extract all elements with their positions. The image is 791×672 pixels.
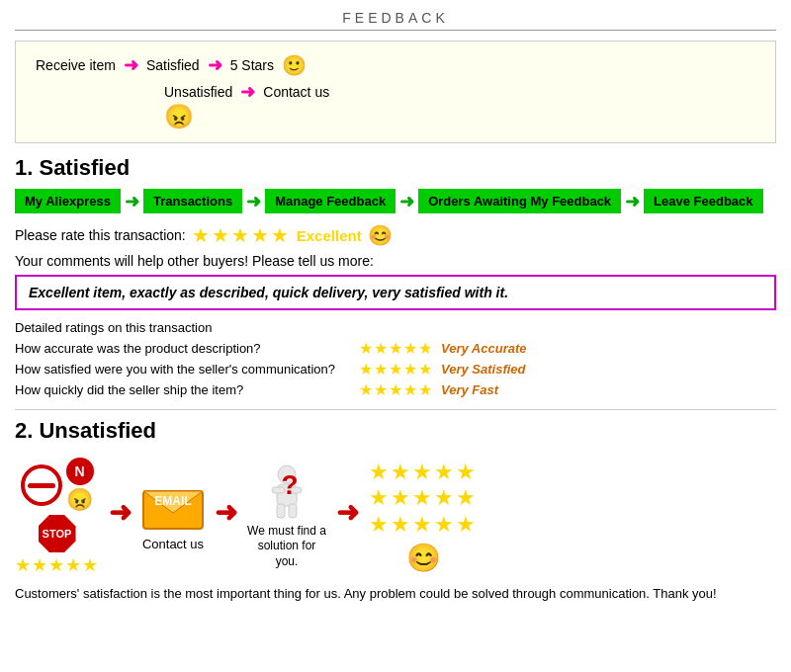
review-text: Excellent item, exactly as described, qu…	[29, 285, 508, 300]
excellent-label: Excellent	[297, 227, 362, 244]
angry-emoji-stop: 😠	[66, 487, 93, 513]
unsatisfied-label: Unsatisfied	[164, 84, 232, 100]
arrow3: ➜	[240, 81, 255, 103]
result-stars: ★★★★★★★★★★★★★★★	[369, 460, 478, 538]
detail-row-2: How quickly did the seller ship the item…	[15, 380, 776, 399]
unsatisfied-flow: N 😠 STOP ★★★★★ ➜ EMAIL Contact us ➜	[15, 458, 776, 576]
detail-ratings: Detailed ratings on this transaction How…	[15, 320, 776, 399]
block-email: EMAIL Contact us	[141, 483, 205, 551]
satisfied-label: Satisfied	[146, 57, 200, 73]
solution-label: We must find a solution for you.	[247, 524, 326, 570]
flow-arrow-2: ➜	[215, 496, 237, 529]
detail-value-2: Very Fast	[441, 382, 498, 397]
divider	[15, 409, 776, 410]
detail-value-1: Very Satisfied	[441, 362, 526, 377]
detail-row-1: How satisfied were you with the seller's…	[15, 360, 776, 378]
nav-arrow1: ➜	[125, 191, 139, 212]
happy-emoji-intro: 🙂	[282, 53, 307, 77]
detail-stars-0: ★★★★★	[359, 339, 433, 358]
no-stop-top: N 😠	[21, 458, 94, 513]
rate-label: Please rate this transaction:	[15, 227, 186, 243]
arrow2: ➜	[208, 54, 222, 76]
page-title: FEEDBACK	[342, 10, 448, 26]
block-no-stop: N 😠 STOP ★★★★★	[15, 458, 99, 576]
svg-text:?: ?	[281, 469, 298, 500]
detail-question-0: How accurate was the product description…	[15, 341, 351, 356]
page-header: FEEDBACK	[15, 10, 776, 31]
section1-title: 1. Satisfied	[15, 155, 776, 181]
flow-arrow-1: ➜	[109, 496, 132, 529]
svg-text:EMAIL: EMAIL	[154, 494, 191, 508]
block-stars-happy: ★★★★★★★★★★★★★★★ 😊	[369, 460, 478, 574]
block-question: ? We must find a solution for you.	[247, 464, 326, 570]
svg-rect-8	[289, 504, 297, 518]
comment-prompt: Your comments will help other buyers! Pl…	[15, 253, 776, 269]
detail-stars-1: ★★★★★	[359, 360, 433, 378]
detail-question-2: How quickly did the seller ship the item…	[15, 382, 351, 397]
five-stars-label: 5 Stars	[230, 57, 274, 73]
intro-box: Receive item ➜ Satisfied ➜ 5 Stars 🙂 Uns…	[15, 41, 776, 143]
nav-btn-leave[interactable]: Leave Feedback	[644, 189, 762, 213]
detail-question-1: How satisfied were you with the seller's…	[15, 362, 351, 377]
footer-text: Customers' satisfaction is the most impo…	[15, 584, 776, 604]
frown-emoji-intro: 😠	[164, 103, 755, 130]
detail-row-0: How accurate was the product description…	[15, 339, 776, 358]
email-icon: EMAIL	[141, 483, 205, 533]
rate-line: Please rate this transaction: ★★★★★ Exce…	[15, 223, 776, 247]
nav-btn-orders[interactable]: Orders Awaiting My Feedback	[418, 189, 621, 213]
arrow1: ➜	[124, 54, 138, 76]
flow-arrow-3: ➜	[336, 496, 359, 529]
contact-label: Contact us	[263, 84, 329, 100]
detail-stars-2: ★★★★★	[359, 380, 433, 399]
receive-label: Receive item	[36, 57, 116, 73]
nav-btn-aliexpress[interactable]: My Aliexpress	[15, 189, 121, 213]
nav-arrow3: ➜	[399, 191, 414, 212]
bottom-stars-left: ★★★★★	[15, 554, 99, 576]
N-badge: N	[66, 458, 94, 485]
nav-btn-manage[interactable]: Manage Feedback	[265, 189, 396, 213]
satisfied-flow: Receive item ➜ Satisfied ➜ 5 Stars 🙂	[36, 53, 755, 77]
nav-flow: My Aliexpress ➜ Transactions ➜ Manage Fe…	[15, 189, 776, 213]
nav-arrow4: ➜	[625, 191, 640, 212]
stop-sign: STOP	[39, 515, 76, 552]
section2-title: 2. Unsatisfied	[15, 418, 776, 444]
detail-value-0: Very Accurate	[441, 341, 526, 356]
nav-arrow2: ➜	[246, 191, 261, 212]
svg-rect-7	[277, 504, 285, 518]
happy-emoji-rate: 😊	[368, 223, 393, 247]
no-entry-icon	[21, 464, 62, 506]
happy-emoji-result: 😊	[406, 542, 441, 574]
detail-title: Detailed ratings on this transaction	[15, 320, 776, 335]
contact-us-label: Contact us	[142, 537, 204, 551]
rating-stars: ★★★★★	[192, 223, 291, 247]
question-figure-icon: ?	[262, 464, 311, 524]
unsatisfied-flow-intro: Unsatisfied ➜ Contact us	[164, 81, 755, 103]
review-box: Excellent item, exactly as described, qu…	[15, 275, 776, 310]
nav-btn-transactions[interactable]: Transactions	[143, 189, 242, 213]
